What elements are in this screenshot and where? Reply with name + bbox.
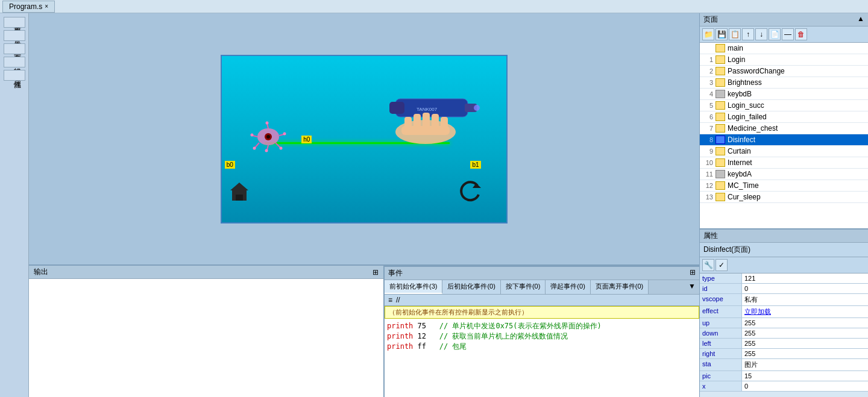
props-val-effect[interactable]: 立即加载	[742, 306, 868, 317]
props-val-up[interactable]: 255	[742, 318, 868, 328]
tab-press[interactable]: 按下事件(0)	[501, 280, 546, 294]
page-icon-keybd-b	[715, 90, 725, 98]
page-icon-medicine	[715, 124, 725, 133]
events-toolbar: ≡ //	[385, 295, 699, 306]
tab-post-init[interactable]: 后初始化事件(0)	[442, 280, 500, 294]
program-tab[interactable]: Program.s ×	[2, 1, 55, 13]
props-row-pic: pic 15	[700, 371, 868, 381]
events-hint: （前初始化事件在所有控件刷新显示之前执行）	[385, 306, 699, 319]
virus-element	[250, 114, 286, 150]
props-val-down[interactable]: 255	[742, 328, 868, 338]
page-item-login[interactable]: 1 Login	[700, 54, 868, 66]
page-item-login-succ[interactable]: 5 Login_succ	[700, 100, 868, 111]
props-key-sta: sta	[700, 359, 742, 370]
page-panel-pin[interactable]: ▲	[857, 14, 864, 25]
tab-pre-init[interactable]: 前初始化事件(3)	[385, 280, 442, 294]
sidebar-btn-edit[interactable]: 编辑	[4, 57, 25, 67]
toolbar-slash-icon[interactable]: //	[396, 296, 400, 304]
code-comment-1: // 单片机中发送0x75(表示在紫外线界面的操作)	[439, 322, 602, 330]
canvas-frame[interactable]: TANK007	[221, 55, 508, 224]
tab-leave[interactable]: 页面离开事件(0)	[591, 280, 649, 294]
events-pin[interactable]: ⊞	[690, 268, 696, 278]
page-item-keybd-b[interactable]: 4 keybdB	[700, 89, 868, 100]
props-icon-btn[interactable]: 🔧	[702, 259, 714, 271]
props-key-down: down	[700, 328, 742, 338]
props-key-effect: effect	[700, 306, 742, 317]
props-val-left[interactable]: 255	[742, 339, 868, 348]
svg-line-11	[255, 143, 259, 148]
props-key-left: left	[700, 339, 742, 348]
toolbar-copy-btn[interactable]: 📋	[729, 28, 741, 40]
page-panel-header: 页面 ▲	[700, 13, 868, 27]
page-panel-toolbar: 📁 💾 📋 ↑ ↓ 📄 — 🗑	[700, 27, 868, 43]
left-sidebar: 界面 变量 画面 编辑 属性	[0, 13, 29, 397]
page-item-medicine[interactable]: 7 Medicine_chest	[700, 123, 868, 134]
page-item-internet[interactable]: 10 Internet	[700, 157, 868, 169]
output-pin[interactable]: ⊞	[373, 268, 379, 277]
props-val-pic[interactable]: 15	[742, 371, 868, 381]
svg-rect-26	[441, 117, 448, 129]
events-header: 事件 ⊞	[385, 267, 699, 280]
page-item-mc-time[interactable]: 12 MC_Time	[700, 180, 868, 192]
props-val-x[interactable]: 0	[742, 381, 868, 391]
props-toolbar: 🔧 ✓	[700, 257, 868, 274]
props-val-id[interactable]: 0	[742, 284, 868, 293]
props-header: 属性	[700, 230, 868, 243]
page-item-curtain[interactable]: 9 Curtain	[700, 146, 868, 157]
home-icon-element	[227, 180, 251, 205]
props-key-id: id	[700, 284, 742, 293]
page-item-login-fail[interactable]: 6 Login_failed	[700, 111, 868, 123]
page-item-disinfect[interactable]: 8 Disinfect	[700, 134, 868, 146]
page-item-main[interactable]: main	[700, 43, 868, 54]
svg-rect-22	[404, 117, 412, 129]
toolbar-delete-btn[interactable]: 🗑	[795, 28, 807, 40]
page-icon-pwchange	[715, 67, 725, 75]
props-val-sta[interactable]: 图片	[742, 359, 868, 370]
props-val-type[interactable]: 121	[742, 274, 868, 283]
page-icon-keybd-a	[715, 170, 725, 178]
props-row-sta: sta 图片	[700, 359, 868, 371]
label-b0: b0	[225, 161, 235, 169]
svg-rect-28	[236, 195, 243, 201]
tab-close-btn[interactable]: ×	[45, 3, 48, 10]
code-keyword-1: printh	[387, 322, 413, 330]
props-val-vscope[interactable]: 私有	[742, 294, 868, 305]
page-item-keybd-a[interactable]: 11 keybdA	[700, 169, 868, 180]
props-subtitle: Disinfect(页面)	[700, 243, 868, 257]
page-icon-mc-time	[715, 181, 725, 190]
events-title: 事件	[388, 268, 403, 278]
page-icon-disinfect	[715, 136, 725, 144]
sidebar-btn-screen[interactable]: 画面	[4, 43, 25, 54]
sidebar-btn-props[interactable]: 属性	[4, 70, 25, 81]
page-icon-main	[715, 44, 725, 52]
toolbar-save-btn[interactable]: 💾	[715, 28, 728, 40]
props-key-x: x	[700, 381, 742, 391]
page-icon-brightness	[715, 78, 725, 87]
props-panel: 属性 Disinfect(页面) 🔧 ✓ type 121 id 0 vsc	[700, 228, 868, 397]
tab-release[interactable]: 弹起事件(0)	[546, 280, 590, 294]
svg-point-6	[251, 134, 254, 137]
props-check-btn[interactable]: ✓	[715, 259, 728, 271]
sidebar-btn-ui[interactable]: 界面	[4, 17, 25, 28]
back-icon-element	[459, 180, 483, 205]
props-row-effect: effect 立即加载	[700, 306, 868, 318]
toolbar-new-btn[interactable]: 📁	[702, 28, 714, 40]
toolbar-up-btn[interactable]: ↑	[742, 28, 754, 40]
page-item-cur-sleep[interactable]: 13 Cur_sleep	[700, 192, 868, 203]
svg-point-2	[266, 122, 269, 125]
props-val-right[interactable]: 255	[742, 349, 868, 358]
toolbar-lines-icon[interactable]: ≡	[388, 296, 392, 304]
page-item-pwchange[interactable]: 2 PasswordChange	[700, 66, 868, 77]
toolbar-sep-btn: —	[782, 28, 794, 40]
events-expand[interactable]: ▼	[685, 280, 699, 294]
scene-bg: TANK007	[222, 56, 506, 222]
page-item-brightness[interactable]: 3 Brightness	[700, 77, 868, 89]
props-key-type: type	[700, 274, 742, 283]
toolbar-export-btn[interactable]: 📄	[769, 28, 781, 40]
events-code[interactable]: printh 75 // 单片机中发送0x75(表示在紫外线界面的操作) pri…	[385, 319, 699, 397]
code-comment-3: // 包尾	[439, 342, 467, 351]
code-line-2: printh 12 // 获取当前单片机上的紫外线数值情况	[387, 331, 697, 342]
sidebar-btn-var[interactable]: 变量	[4, 30, 25, 41]
page-icon-login	[715, 55, 725, 64]
toolbar-down-btn[interactable]: ↓	[755, 28, 767, 40]
